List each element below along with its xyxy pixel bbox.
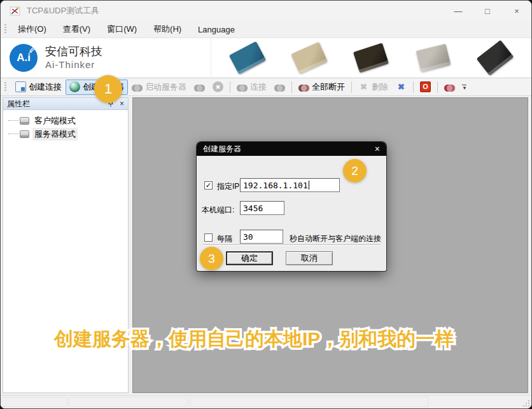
tree-connector [8, 120, 18, 121]
connect-label: 连接 [250, 81, 267, 93]
menu-help[interactable]: 帮助(H) [147, 22, 188, 37]
close-circle-icon [213, 81, 223, 92]
app-icon [10, 6, 20, 17]
toolbar-separator [437, 81, 438, 93]
minimize-button[interactable]: — [444, 1, 473, 21]
create-connection-button[interactable]: 创建连接 [11, 80, 66, 95]
tree-item-client-mode[interactable]: 客户端模式 [3, 114, 128, 127]
stop-all-icon [420, 81, 431, 92]
connect-icon [237, 85, 248, 92]
title-bar: TCP&UDP测试工具 — □ × [1, 1, 531, 21]
disconnect-all-label: 全部断开 [312, 81, 345, 93]
port-input[interactable]: 3456 [240, 201, 284, 215]
toolbar-grip-handle [4, 82, 6, 92]
dialog-divider [203, 244, 380, 246]
annotation-step-3: 3 [200, 247, 223, 270]
brand-logo: A.i 安信可科技 Ai-Thinker [1, 44, 211, 72]
status-panel-4 [430, 397, 529, 407]
start-server-label: 启动服务器 [145, 81, 186, 93]
delete-label: 删除 [372, 81, 388, 93]
maximize-button[interactable]: □ [473, 1, 502, 21]
auto-disconnect-checkbox[interactable] [204, 233, 213, 242]
dialog-title-bar[interactable]: 创建服务器 × [197, 142, 386, 156]
interval-suffix-label: 秒自动断开与客户端的连接 [290, 233, 381, 244]
module-photo-2 [291, 42, 328, 74]
ai-thinker-logo-icon: A.i [10, 44, 38, 72]
break-connection-button[interactable] [440, 81, 459, 94]
module-photos [211, 38, 531, 78]
dialog-close-icon[interactable]: × [375, 144, 380, 153]
text-caret [309, 181, 309, 190]
start-server-button[interactable]: 启动服务器 [128, 80, 190, 95]
toolbar-separator [230, 81, 230, 93]
resize-grip[interactable] [522, 399, 529, 406]
create-server-icon [69, 81, 80, 92]
toolbar-separator [351, 81, 352, 93]
interval-label: 每隔 [217, 233, 232, 244]
client-mode-icon [20, 117, 29, 125]
server-mode-icon [20, 130, 29, 138]
tree-connector [8, 134, 18, 134]
server-mode-label: 服务器模式 [32, 128, 78, 141]
delete-icon [358, 81, 369, 92]
status-panel-2 [69, 397, 188, 407]
interval-input[interactable]: 30 [240, 230, 283, 244]
delete-button[interactable]: 删除 [354, 80, 392, 95]
close-server-button[interactable] [209, 80, 227, 94]
disconnect-icon [274, 85, 285, 92]
toolbar-separator [413, 81, 414, 93]
menu-window[interactable]: 窗口(W) [101, 22, 143, 37]
properties-panel-title: 属性栏 [7, 99, 102, 109]
start-server-icon [132, 85, 143, 92]
stop-all-button[interactable] [416, 80, 435, 94]
cancel-button[interactable]: 取消 [286, 251, 333, 265]
window-controls: — □ × [444, 1, 531, 21]
specify-ip-label: 指定IP [217, 181, 239, 192]
new-connection-icon [15, 81, 26, 92]
module-photo-3 [353, 43, 389, 73]
toolbar: 创建连接 创建服务器 启动服务器 连接 全部断开 [1, 78, 531, 96]
annotation-note: 创建服务器，使用自己的本地IP，别和我的一样 [54, 326, 474, 352]
menu-language[interactable]: Language [192, 23, 241, 36]
menu-operation[interactable]: 操作(O) [11, 22, 53, 37]
disconnect-button[interactable] [270, 81, 289, 94]
brand-banner: A.i 安信可科技 Ai-Thinker [1, 38, 531, 78]
delete-all-icon [396, 81, 407, 92]
disconnect-all-button[interactable]: 全部断开 [295, 80, 349, 95]
module-photo-1 [229, 41, 266, 75]
port-value: 3456 [243, 204, 263, 213]
window-title: TCP&UDP测试工具 [27, 5, 99, 17]
brand-name-cn: 安信可科技 [45, 45, 102, 59]
toolbar-separator [291, 81, 292, 93]
annotation-step-2: 2 [343, 159, 367, 183]
status-bar [1, 395, 531, 408]
specify-ip-checkbox[interactable]: ✓ [204, 181, 213, 190]
stop-server-icon [194, 85, 205, 92]
client-mode-label: 客户端模式 [32, 114, 78, 127]
ok-button[interactable]: 确定 [226, 251, 273, 265]
port-label: 本机端口: [202, 205, 234, 216]
disconnect-all-icon [298, 85, 309, 92]
stop-server-button[interactable] [190, 81, 209, 94]
menu-grip-handle [4, 24, 6, 34]
brand-name-en: Ai-Thinker [45, 59, 102, 71]
connect-button[interactable]: 连接 [233, 80, 270, 95]
delete-all-button[interactable] [392, 80, 410, 94]
break-connection-icon [444, 85, 455, 92]
interval-value: 30 [243, 232, 253, 242]
toolbar-overflow-button[interactable]: ▼ [460, 83, 469, 91]
panel-close-icon[interactable]: × [120, 100, 124, 107]
module-photo-4 [416, 44, 451, 73]
menu-view[interactable]: 查看(V) [57, 22, 97, 37]
status-panel-1 [1, 397, 67, 407]
ip-input[interactable]: 192.168.1.101 [240, 178, 340, 192]
create-connection-label: 创建连接 [29, 81, 62, 93]
tree-item-server-mode[interactable]: 服务器模式 [3, 127, 128, 141]
module-photo-5 [477, 40, 514, 76]
annotation-step-1: 1 [94, 75, 122, 103]
close-button[interactable]: × [502, 1, 531, 21]
ip-value: 192.168.1.101 [243, 181, 308, 190]
dialog-title: 创建服务器 [203, 144, 375, 155]
app-window: TCP&UDP测试工具 — □ × 操作(O) 查看(V) 窗口(W) 帮助(H… [0, 0, 532, 409]
status-panel-3 [190, 397, 428, 407]
